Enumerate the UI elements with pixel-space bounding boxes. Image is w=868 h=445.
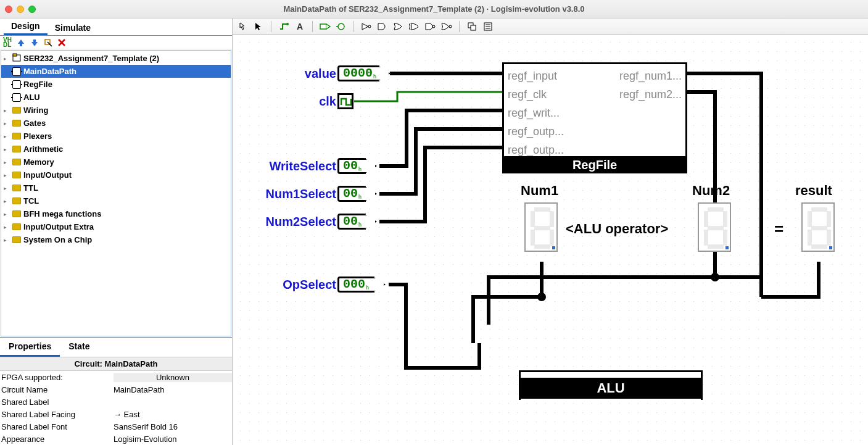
prop-row[interactable]: Shared Label FontSansSerif Bold 16 — [0, 420, 232, 433]
folder-icon — [12, 107, 21, 114]
circuit-icon — [12, 67, 21, 76]
tree-project-row[interactable]: ▸ SER232_Assignment7_Template (2) — [1, 52, 231, 65]
folder-icon — [12, 120, 21, 127]
prop-row[interactable]: Shared Label — [0, 396, 232, 408]
svg-rect-23 — [531, 230, 535, 246]
svg-rect-2 — [13, 54, 17, 56]
output-pin-icon[interactable] — [335, 20, 347, 33]
tree-item-label: MainDataPath — [23, 67, 76, 76]
regfile-port-label: regf_writ... — [508, 104, 564, 122]
tree-lib-row[interactable]: ▸BFH mega functions — [1, 207, 231, 220]
properties-header: Circuit: MainDataPath — [0, 357, 232, 371]
pin-sub: h — [358, 166, 362, 172]
window-maximize-button[interactable] — [28, 6, 36, 13]
pin-num2select[interactable]: 00h — [337, 214, 366, 230]
window-minimize-button[interactable] — [17, 6, 24, 13]
tree-lib-row[interactable]: ▸TTL — [1, 181, 231, 194]
nand-gate-icon[interactable] — [424, 20, 437, 33]
regfile-port-label: regf_num1... — [619, 67, 682, 85]
equals-label: = — [774, 220, 783, 239]
svg-rect-36 — [827, 211, 831, 227]
pin-clk[interactable] — [337, 93, 353, 109]
prop-row[interactable]: FPGA supported:Unknown — [0, 371, 232, 383]
svg-rect-34 — [811, 244, 827, 249]
tab-design[interactable]: Design — [4, 19, 48, 35]
select-tool-icon[interactable] — [252, 20, 265, 33]
tab-properties[interactable]: Properties — [0, 338, 60, 357]
folder-icon — [12, 146, 21, 152]
project-icon — [12, 53, 21, 64]
tab-state[interactable]: State — [60, 338, 98, 357]
folder-icon — [12, 133, 21, 139]
tree-lib-row[interactable]: ▸System On a Chip — [1, 233, 231, 246]
svg-rect-22 — [550, 211, 554, 227]
tree-item-label: ALU — [23, 93, 40, 102]
seg7-num2[interactable] — [698, 202, 731, 252]
prop-row[interactable]: Shared Label Facing→ East — [0, 408, 232, 420]
tree-lib-row[interactable]: ▸Arithmetic — [1, 143, 231, 156]
prop-row[interactable]: AppearanceLogisim-Evolution — [0, 433, 232, 445]
pin-sub: h — [358, 222, 362, 228]
tree-lib-row[interactable]: ▸Input/Output — [1, 168, 231, 181]
tree-lib-row[interactable]: ▸Wiring — [1, 104, 231, 117]
pin-num2select-label: Num2Select — [266, 215, 337, 229]
input-pin-icon[interactable] — [319, 20, 331, 33]
arrow-up-icon[interactable] — [16, 38, 26, 48]
seg7-num1[interactable] — [524, 202, 558, 252]
sidebar: Design Simulate VHDL ▸ SER232_Assignment… — [0, 19, 233, 445]
wire-tool-icon[interactable] — [278, 20, 290, 33]
svg-rect-24 — [550, 230, 554, 246]
svg-rect-4 — [320, 24, 326, 29]
pin-num1select[interactable]: 00h — [337, 186, 366, 202]
tree-circuit-row-maindatapath[interactable]: MainDataPath — [1, 65, 231, 78]
nor-gate-icon[interactable] — [440, 20, 453, 33]
circuit-icon — [12, 93, 21, 102]
svg-rect-26 — [708, 226, 724, 230]
xor-gate-icon[interactable] — [408, 20, 421, 33]
component-tree[interactable]: ▸ SER232_Assignment7_Template (2) MainDa… — [1, 50, 231, 336]
result-label: result — [795, 183, 832, 199]
tree-lib-row[interactable]: ▸Input/Output Extra — [1, 220, 231, 233]
tree-lib-row[interactable]: ▸Gates — [1, 117, 231, 130]
and-gate-icon[interactable] — [376, 20, 389, 33]
window-close-button[interactable] — [5, 6, 12, 13]
prop-key: Shared Label Font — [0, 422, 114, 431]
pin-value[interactable]: 0000h — [337, 65, 379, 81]
regfile-name: RegFile — [502, 156, 687, 173]
regfile-port-label: regf_num2... — [619, 85, 682, 104]
titlebar: MainDataPath of SER232_Assignment7_Templ… — [0, 0, 868, 19]
prop-row[interactable]: Circuit NameMainDataPath — [0, 383, 232, 396]
or-gate-icon[interactable] — [392, 20, 405, 33]
delete-icon[interactable] — [57, 38, 67, 48]
svg-rect-20 — [534, 244, 550, 249]
not-gate-icon[interactable] — [360, 20, 373, 33]
properties-pane: Properties State Circuit: MainDataPath F… — [0, 337, 232, 445]
circuit-canvas[interactable]: value 0000h clk WriteSelect 00h Num1Sele… — [233, 35, 868, 445]
pin-num2select-value: 00 — [343, 215, 358, 228]
edit-icon[interactable] — [43, 38, 53, 48]
svg-point-7 — [368, 25, 371, 28]
svg-rect-35 — [808, 211, 812, 227]
text-tool-icon[interactable]: A — [294, 20, 306, 33]
poke-tool-icon[interactable] — [236, 20, 249, 33]
tab-simulate[interactable]: Simulate — [48, 20, 98, 35]
tree-lib-label: Memory — [23, 157, 54, 167]
regfile-component[interactable]: regf_input regf_clk regf_writ... regf_ou… — [502, 62, 687, 158]
svg-rect-30 — [704, 230, 708, 246]
prop-key: Circuit Name — [0, 385, 114, 394]
tree-lib-row[interactable]: ▸Memory — [1, 156, 231, 168]
prop-value: SansSerif Bold 16 — [114, 422, 232, 431]
tree-lib-row[interactable]: ▸TCL — [1, 194, 231, 207]
pin-opselect[interactable]: 000h — [337, 277, 374, 293]
num2-label: Num2 — [692, 183, 730, 199]
tree-circuit-row-alu[interactable]: ALU — [1, 91, 231, 104]
vhdl-icon[interactable]: VHDL — [2, 38, 12, 48]
tree-circuit-row-regfile[interactable]: RegFile — [1, 78, 231, 91]
pin-writeselect[interactable]: 00h — [337, 158, 366, 174]
folder-icon — [12, 223, 21, 230]
menu-tool-icon[interactable] — [482, 20, 494, 33]
arrow-down-icon[interactable] — [30, 38, 39, 48]
seg7-result[interactable] — [801, 202, 835, 252]
duplicate-icon[interactable] — [466, 20, 478, 33]
tree-lib-row[interactable]: ▸Plexers — [1, 130, 231, 143]
